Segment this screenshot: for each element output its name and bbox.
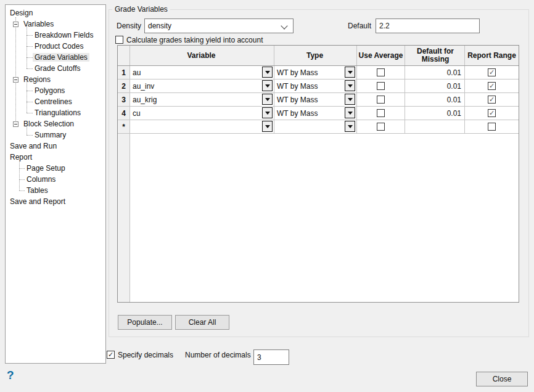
- dropdown-button[interactable]: [262, 94, 273, 105]
- header-default-for-missing: Default for Missing: [405, 46, 465, 65]
- report-range-checkbox[interactable]: [488, 123, 496, 131]
- collapse-icon[interactable]: [13, 77, 18, 83]
- dropdown-arrow-icon: [265, 71, 270, 74]
- dropdown-button[interactable]: [262, 107, 273, 118]
- header-use-average: Use Average: [357, 46, 405, 65]
- number-of-decimals-input[interactable]: [253, 349, 289, 365]
- tree-item-report[interactable]: Report: [10, 153, 32, 161]
- variable-cell[interactable]: cu: [130, 107, 274, 120]
- dropdown-button[interactable]: [345, 67, 355, 78]
- tree-connector: [27, 113, 33, 114]
- dropdown-arrow-icon: [265, 112, 270, 115]
- tree-item-columns[interactable]: Columns: [27, 175, 55, 184]
- variable-cell[interactable]: au_inv: [130, 80, 274, 92]
- variable-cell[interactable]: au_krig: [130, 93, 274, 106]
- use-average-checkbox[interactable]: [377, 68, 385, 76]
- variable-value: cu: [133, 109, 141, 118]
- tree-item-save-and-run[interactable]: Save and Run: [10, 142, 57, 150]
- report-range-cell: ✓: [465, 66, 519, 79]
- tree-connector: [19, 168, 25, 169]
- tree-item-block-selection[interactable]: Block Selection: [23, 120, 74, 128]
- default-density-input[interactable]: [376, 18, 480, 33]
- tree-item-triangulations[interactable]: Triangulations: [35, 108, 81, 117]
- yield-checkbox[interactable]: [115, 36, 123, 44]
- table-header-row: Variable Type Use Average Default for Mi…: [118, 46, 519, 66]
- number-of-decimals-label: Number of decimals: [185, 351, 251, 359]
- report-range-checkbox[interactable]: ✓: [488, 96, 496, 104]
- tree-item-design[interactable]: Design: [10, 9, 33, 17]
- tree-connector: [27, 35, 33, 36]
- tree-item-product-codes[interactable]: Product Codes: [35, 42, 83, 51]
- report-range-checkbox[interactable]: ✓: [488, 68, 496, 76]
- tree-item-centrelines[interactable]: Centrelines: [35, 97, 72, 106]
- use-average-checkbox[interactable]: [377, 123, 385, 131]
- row-selector[interactable]: 4: [118, 107, 130, 120]
- row-selector[interactable]: *: [118, 120, 130, 133]
- tree-item-page-setup[interactable]: Page Setup: [27, 164, 65, 173]
- report-range-cell: ✓: [465, 80, 519, 92]
- use-average-checkbox[interactable]: [377, 82, 385, 90]
- report-range-checkbox[interactable]: ✓: [488, 109, 496, 117]
- default-for-missing-cell[interactable]: 0.01: [405, 93, 465, 106]
- dropdown-button[interactable]: [262, 80, 273, 91]
- dropdown-button[interactable]: [345, 94, 355, 105]
- dropdown-button[interactable]: [262, 121, 273, 132]
- variable-cell[interactable]: au: [130, 66, 274, 79]
- density-label: Density: [117, 22, 141, 30]
- variable-value: au_inv: [133, 82, 154, 91]
- header-rownum: [118, 46, 130, 65]
- tree-item-tables[interactable]: Tables: [27, 186, 48, 195]
- type-cell[interactable]: WT by Mass: [274, 93, 357, 106]
- clear-all-button[interactable]: Clear All: [175, 315, 229, 330]
- tree-item-grade-variables[interactable]: Grade Variables: [33, 53, 89, 62]
- tree-item-variables[interactable]: Variables: [23, 20, 54, 28]
- dropdown-arrow-icon: [265, 84, 270, 88]
- yield-checkbox-label: Calculate grades taking yield into accou…: [126, 36, 263, 44]
- tree-connector: [15, 17, 17, 123]
- default-for-missing-cell[interactable]: 0.01: [405, 80, 465, 92]
- row-selector[interactable]: 2: [118, 80, 130, 92]
- dropdown-button[interactable]: [345, 107, 355, 118]
- type-value: WT by Mass: [277, 109, 318, 118]
- close-button[interactable]: Close: [476, 372, 528, 386]
- specify-decimals-label: Specify decimals: [118, 351, 173, 359]
- tree-item-save-and-report[interactable]: Save and Report: [10, 197, 65, 206]
- row-header-strip: [118, 134, 130, 302]
- row-selector[interactable]: 1: [118, 66, 130, 79]
- specify-decimals-checkbox[interactable]: ✓: [107, 351, 115, 359]
- table-row: 4 cu WT by Mass 0.01 ✓: [118, 107, 519, 120]
- tree-item-summary[interactable]: Summary: [35, 131, 66, 139]
- variable-cell[interactable]: [130, 120, 274, 133]
- grade-variables-table: Variable Type Use Average Default for Mi…: [117, 45, 519, 303]
- type-cell[interactable]: [274, 120, 357, 133]
- tree-item-grade-cutoffs[interactable]: Grade Cutoffs: [35, 64, 80, 73]
- type-cell[interactable]: WT by Mass: [274, 80, 357, 92]
- report-range-checkbox[interactable]: ✓: [488, 82, 496, 90]
- density-value: density: [145, 22, 171, 30]
- type-cell[interactable]: WT by Mass: [274, 107, 357, 120]
- use-average-checkbox[interactable]: [377, 109, 385, 117]
- default-for-missing-cell[interactable]: [405, 120, 465, 133]
- header-variable: Variable: [130, 46, 274, 65]
- default-for-missing-cell[interactable]: 0.01: [405, 66, 465, 79]
- table-new-row: *: [118, 120, 519, 134]
- dropdown-button[interactable]: [345, 121, 355, 132]
- tree-item-regions[interactable]: Regions: [23, 75, 51, 84]
- variable-value: au_krig: [133, 96, 157, 104]
- collapse-icon[interactable]: [13, 22, 18, 27]
- default-for-missing-cell[interactable]: 0.01: [405, 107, 465, 120]
- tree-item-polygons[interactable]: Polygons: [35, 86, 65, 95]
- tree-item-breakdown-fields[interactable]: Breakdown Fields: [35, 31, 93, 39]
- chevron-down-icon: [281, 22, 287, 29]
- collapse-icon[interactable]: [13, 121, 18, 127]
- report-range-cell: ✓: [465, 107, 519, 120]
- dropdown-button[interactable]: [345, 80, 355, 91]
- use-average-checkbox[interactable]: [377, 96, 385, 104]
- type-cell[interactable]: WT by Mass: [274, 66, 357, 79]
- dropdown-button[interactable]: [262, 67, 273, 78]
- row-selector[interactable]: 3: [118, 93, 130, 106]
- default-label: Default: [348, 22, 371, 30]
- help-icon[interactable]: ?: [7, 369, 14, 382]
- density-combobox[interactable]: density: [144, 18, 294, 33]
- populate-button[interactable]: Populate...: [118, 315, 172, 330]
